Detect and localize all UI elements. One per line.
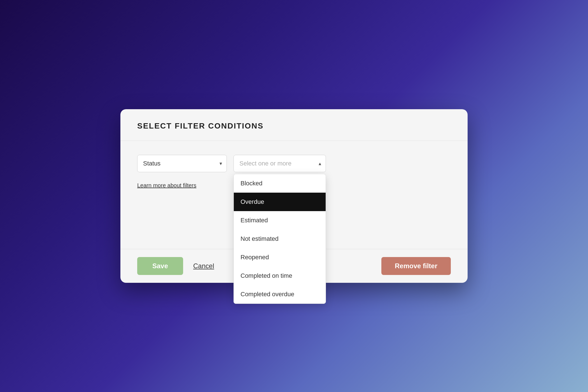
save-button[interactable]: Save <box>137 257 183 275</box>
filter-row: Status ▾ Select one or more ▴ BlockedOve… <box>137 155 451 172</box>
dialog-title: SELECT FILTER CONDITIONS <box>137 122 451 130</box>
dialog-body: Status ▾ Select one or more ▴ BlockedOve… <box>120 141 468 249</box>
multi-select-placeholder: Select one or more <box>239 160 291 167</box>
filter-conditions-dialog: SELECT FILTER CONDITIONS Status ▾ Select… <box>120 109 468 283</box>
status-select-wrapper: Status ▾ <box>137 155 227 172</box>
multi-select-box[interactable]: Select one or more ▴ <box>234 155 326 172</box>
status-select-label: Status <box>143 160 160 167</box>
chevron-up-icon: ▴ <box>319 160 321 167</box>
multi-select-wrapper: Select one or more ▴ BlockedOverdueEstim… <box>234 155 326 172</box>
dropdown-item[interactable]: Blocked <box>234 174 326 193</box>
chevron-down-icon: ▾ <box>220 160 222 167</box>
dropdown-menu: BlockedOverdueEstimatedNot estimatedReop… <box>234 174 326 304</box>
dropdown-item[interactable]: Estimated <box>234 211 326 230</box>
cancel-button[interactable]: Cancel <box>192 260 215 272</box>
learn-more-link[interactable]: Learn more about filters <box>137 182 196 189</box>
remove-filter-button[interactable]: Remove filter <box>381 257 451 275</box>
dialog-header: SELECT FILTER CONDITIONS <box>120 109 468 141</box>
status-select[interactable]: Status ▾ <box>137 155 227 172</box>
dropdown-item[interactable]: Completed on time <box>234 267 326 285</box>
dropdown-item[interactable]: Reopened <box>234 248 326 267</box>
dropdown-item[interactable]: Not estimated <box>234 230 326 248</box>
dropdown-item[interactable]: Completed overdue <box>234 285 326 304</box>
dropdown-item[interactable]: Overdue <box>234 193 326 211</box>
